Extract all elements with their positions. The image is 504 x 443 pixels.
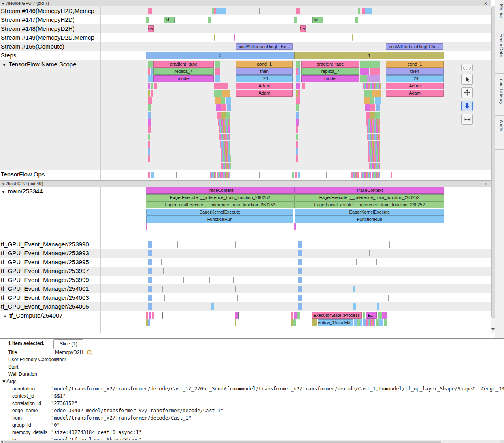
trace-event[interactable] bbox=[164, 295, 165, 301]
trace-event[interactable] bbox=[378, 312, 382, 319]
trace-event[interactable] bbox=[215, 68, 220, 75]
trace-event[interactable] bbox=[148, 61, 153, 68]
trace-event[interactable] bbox=[356, 259, 357, 265]
trace-event[interactable] bbox=[146, 312, 148, 319]
trace-event[interactable] bbox=[326, 8, 326, 14]
trace-event[interactable] bbox=[215, 75, 220, 82]
trace-event[interactable] bbox=[367, 126, 380, 133]
collapse-icon[interactable]: ▼ bbox=[2, 2, 5, 6]
trace-event[interactable] bbox=[298, 172, 300, 178]
trace-event[interactable]: _24 bbox=[236, 75, 293, 82]
trace-event[interactable] bbox=[151, 90, 153, 97]
trace-event[interactable] bbox=[296, 134, 298, 140]
trace-event[interactable] bbox=[295, 172, 297, 178]
trace-event[interactable] bbox=[365, 104, 370, 111]
trace-event[interactable] bbox=[383, 34, 383, 41]
trace-event[interactable] bbox=[181, 268, 181, 274]
trace-event[interactable] bbox=[363, 312, 365, 319]
trace-event[interactable] bbox=[296, 126, 298, 133]
tab-slice[interactable]: Slice (1) bbox=[53, 339, 83, 349]
trace-event[interactable] bbox=[235, 319, 236, 326]
trace-event[interactable] bbox=[370, 68, 380, 75]
trace-event[interactable] bbox=[389, 241, 390, 248]
trace-event[interactable] bbox=[372, 90, 381, 97]
trace-event[interactable] bbox=[214, 34, 215, 41]
track-label-steps[interactable]: Steps bbox=[0, 51, 100, 59]
trace-event[interactable] bbox=[363, 83, 381, 89]
trace-event[interactable] bbox=[161, 259, 162, 265]
trace-event[interactable] bbox=[370, 112, 375, 119]
magnifier-icon[interactable] bbox=[87, 350, 92, 355]
scrollbar-thumb[interactable] bbox=[4, 441, 441, 443]
trace-event[interactable]: EagerExecute: __inference_train_function… bbox=[146, 194, 294, 201]
trace-event[interactable] bbox=[376, 319, 379, 326]
trace-event[interactable] bbox=[296, 68, 298, 75]
vertical-scrollbar[interactable] bbox=[491, 6, 495, 326]
trace-event[interactable] bbox=[148, 8, 152, 14]
trace-event[interactable] bbox=[296, 83, 300, 89]
trace-event[interactable] bbox=[148, 172, 150, 178]
horizontal-scrollbar[interactable] bbox=[0, 440, 504, 443]
trace-event[interactable] bbox=[296, 155, 298, 162]
trace-event[interactable]: TraceContext bbox=[294, 187, 444, 194]
trace-event[interactable] bbox=[387, 259, 387, 265]
trace-event[interactable] bbox=[215, 61, 220, 68]
trace-event[interactable] bbox=[353, 303, 356, 310]
trace-event[interactable] bbox=[151, 68, 153, 75]
trace-event[interactable] bbox=[297, 312, 300, 319]
trace-event[interactable] bbox=[369, 163, 380, 169]
trace-event[interactable]: 0 bbox=[146, 52, 294, 59]
trace-event[interactable] bbox=[148, 303, 152, 310]
trace-event[interactable] bbox=[298, 241, 302, 248]
trace-event[interactable] bbox=[151, 172, 154, 178]
trace-event[interactable]: FunctionRun bbox=[295, 216, 444, 223]
track-label-event-manager-253990[interactable]: tf_GPU_Event_Manager/253990 bbox=[0, 240, 100, 248]
trace-event[interactable] bbox=[235, 241, 236, 248]
track-label-event-manager-253995[interactable]: tf_GPU_Event_Manager/253995 bbox=[0, 258, 100, 266]
trace-event[interactable] bbox=[298, 295, 302, 301]
zoom-tool-button[interactable] bbox=[461, 101, 473, 111]
trace-event[interactable] bbox=[148, 250, 152, 256]
track-label-stream-149[interactable]: Stream #149(MemcpyD2D,Memcp bbox=[0, 34, 100, 42]
trace-event[interactable] bbox=[213, 286, 213, 292]
trace-event[interactable] bbox=[349, 250, 349, 256]
trace-event[interactable] bbox=[379, 319, 383, 326]
trace-event[interactable] bbox=[376, 259, 377, 265]
trace-event[interactable] bbox=[357, 319, 360, 326]
trace-event[interactable] bbox=[379, 295, 379, 301]
trace-event[interactable] bbox=[368, 141, 380, 148]
trace-event[interactable] bbox=[227, 104, 231, 111]
trace-event[interactable]: TraceContext bbox=[146, 187, 294, 194]
trace-event[interactable] bbox=[366, 112, 370, 119]
track-label-event-manager-253999[interactable]: tf_GPU_Event_Manager/253999 bbox=[0, 276, 100, 284]
trace-event[interactable] bbox=[162, 312, 163, 319]
trace-event[interactable] bbox=[376, 104, 380, 111]
trace-event[interactable] bbox=[162, 286, 163, 292]
trace-event[interactable] bbox=[375, 112, 380, 119]
track-label-main-253344[interactable]: ▼main/253344 bbox=[0, 187, 100, 195]
trace-event[interactable] bbox=[377, 303, 379, 310]
trace-event[interactable] bbox=[312, 319, 317, 326]
trace-event[interactable] bbox=[219, 134, 230, 140]
trace-event[interactable] bbox=[146, 319, 148, 326]
trace-event[interactable]: gradient_tape bbox=[153, 61, 214, 68]
trace-event[interactable] bbox=[294, 312, 297, 319]
trace-event[interactable] bbox=[146, 223, 147, 230]
trace-event[interactable]: cond_1 bbox=[386, 61, 444, 68]
trace-event[interactable]: 1 bbox=[294, 52, 444, 59]
trace-event[interactable] bbox=[209, 250, 209, 256]
trace-event[interactable] bbox=[226, 97, 231, 104]
trace-event[interactable] bbox=[353, 286, 355, 292]
track-label-stream-148[interactable]: Stream #148(MemcpyD2H) bbox=[0, 25, 100, 33]
trace-event[interactable] bbox=[221, 303, 221, 310]
trace-event[interactable]: Mem bbox=[300, 25, 306, 32]
trace-event[interactable] bbox=[220, 141, 230, 148]
collapse-icon[interactable]: ▼ bbox=[3, 314, 7, 318]
track-label-event-manager-254001[interactable]: tf_GPU_Event_Manager/254001 bbox=[0, 285, 100, 293]
trace-event[interactable] bbox=[382, 312, 387, 319]
trace-event[interactable] bbox=[216, 8, 226, 14]
pan-tool-button[interactable] bbox=[461, 87, 473, 98]
trace-event[interactable] bbox=[148, 119, 151, 126]
trace-event[interactable] bbox=[176, 172, 177, 178]
trace-event[interactable] bbox=[298, 268, 302, 274]
